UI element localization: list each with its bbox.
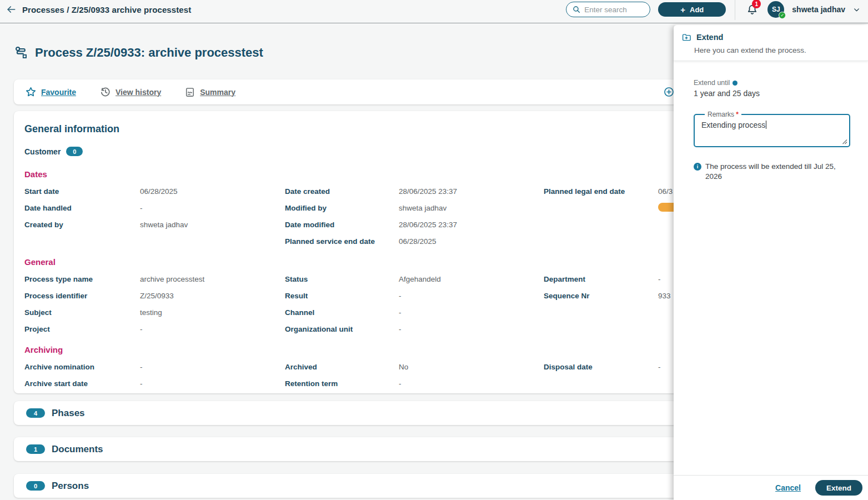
online-status-icon: ✓ <box>779 12 786 19</box>
field-value: - <box>399 379 402 388</box>
phases-count-badge: 4 <box>26 408 45 418</box>
field-row: Process identifierZ/25/0933 <box>24 287 285 304</box>
field-row: Start date06/28/2025 <box>24 183 285 199</box>
field-row: Project- <box>24 321 285 337</box>
field-label: Channel <box>285 308 399 317</box>
field-label: Planned legal end date <box>544 187 658 196</box>
notifications-button[interactable]: 1 <box>744 2 760 17</box>
field-value: 06/28/2025 <box>399 237 436 246</box>
field-label: Date created <box>285 187 399 196</box>
field-row: Date created28/06/2025 23:37 <box>285 183 544 199</box>
field-value: Z/25/0933 <box>140 292 174 300</box>
info-icon[interactable] <box>732 81 737 86</box>
field-label: Start date <box>24 187 140 196</box>
view-history-button[interactable]: View history <box>99 86 161 98</box>
search-icon <box>572 5 581 14</box>
field-value: shweta jadhav <box>140 221 188 229</box>
summary-button[interactable]: Summary <box>184 87 235 98</box>
remarks-field[interactable]: Remarks * Extending process <box>694 111 850 147</box>
extend-panel: Extend Here you can extend the process. … <box>674 25 868 500</box>
field-label: Retention term <box>285 379 399 388</box>
field-row: Archive start date- <box>24 375 285 392</box>
extend-button[interactable]: Extend <box>815 480 862 496</box>
customer-count-badge: 0 <box>66 147 83 156</box>
persons-section-bar[interactable]: 0 Persons <box>14 474 716 498</box>
phases-section-bar[interactable]: 4 Phases <box>14 401 716 425</box>
field-value: - <box>140 379 143 388</box>
extend-panel-header: Extend Here you can extend the process. <box>674 25 868 61</box>
topbar-actions: + Add 1 SJ ✓ shweta jadhav <box>566 1 860 18</box>
field-value: testing <box>140 308 162 317</box>
field-label: Created by <box>24 221 140 229</box>
field-row: Planned service end date06/28/2025 <box>285 233 544 249</box>
section-header: General <box>24 257 705 267</box>
section-header: Dates <box>24 169 705 179</box>
field-value: - <box>399 325 402 333</box>
field-value: Afgehandeld <box>399 275 441 283</box>
field-label: Archived <box>285 363 399 371</box>
field-row: Archive nomination- <box>24 358 285 375</box>
field-row: StatusAfgehandeld <box>285 271 544 287</box>
field-value: 06/28/2025 <box>140 187 178 196</box>
search-input[interactable] <box>584 6 644 14</box>
folder-plus-icon <box>681 32 691 42</box>
field-value: - <box>658 275 661 283</box>
page-title: Process Z/25/0933: archive processtest <box>35 46 263 60</box>
extend-until-label: Extend until <box>694 79 730 87</box>
page-title-row: Process Z/25/0933: archive processtest <box>14 46 263 60</box>
user-avatar[interactable]: SJ ✓ <box>767 1 784 18</box>
field-grid: Archive nomination-Archive start date-Ar… <box>24 358 705 392</box>
back-arrow-icon[interactable] <box>6 4 17 15</box>
remarks-textarea[interactable]: Extending process <box>701 121 842 129</box>
cancel-button[interactable]: Cancel <box>775 483 801 492</box>
field-label: Modified by <box>285 204 399 212</box>
notification-badge: 1 <box>752 0 761 8</box>
topbar-divider <box>735 0 735 20</box>
field-row: Channel- <box>285 304 544 321</box>
breadcrumb: Processes / Z/25/0933 archive processtes… <box>22 5 191 14</box>
username[interactable]: shweta jadhav <box>792 5 845 14</box>
star-icon <box>25 86 37 98</box>
field-value: No <box>399 363 408 371</box>
field-label: Department <box>544 275 658 283</box>
field-value: 06/3 <box>658 187 673 196</box>
breadcrumb-group: Processes / Z/25/0933 archive processtes… <box>6 1 191 18</box>
extend-panel-title: Extend <box>696 33 723 42</box>
field-value: - <box>140 204 143 212</box>
text-caret <box>766 121 766 129</box>
field-value: archive processtest <box>140 275 204 283</box>
plus-icon: + <box>680 5 685 14</box>
general-information-title: General information <box>24 123 705 135</box>
search-box[interactable] <box>566 2 650 17</box>
extension-info-text: The process will be extended till Jul 25… <box>705 162 849 182</box>
field-row: Process type namearchive processtest <box>24 271 285 287</box>
field-row: Subjecttesting <box>24 304 285 321</box>
field-label: Subject <box>24 308 140 317</box>
persons-label: Persons <box>52 481 89 492</box>
field-label: Result <box>285 292 399 300</box>
add-button[interactable]: + Add <box>658 2 726 17</box>
field-value: 933 <box>658 292 671 300</box>
field-label: Date handled <box>24 204 140 212</box>
info-circle-icon: i <box>694 163 701 171</box>
view-history-label: View history <box>116 88 161 97</box>
topbar: Processes / Z/25/0933 archive processtes… <box>0 0 868 23</box>
history-clock-icon <box>99 86 111 98</box>
documents-count-badge: 1 <box>26 444 45 454</box>
field-label: Planned service end date <box>285 237 399 246</box>
extend-until-label-row: Extend until <box>694 79 859 87</box>
resize-handle-icon[interactable] <box>842 139 847 144</box>
section-header: Archiving <box>24 345 705 354</box>
field-label: Project <box>24 325 140 333</box>
field-row: Date handled- <box>24 199 285 216</box>
favourite-label: Favourite <box>41 88 76 97</box>
chevron-down-icon[interactable] <box>853 6 860 13</box>
summary-label: Summary <box>200 88 235 97</box>
documents-section-bar[interactable]: 1 Documents <box>14 437 716 461</box>
actions-toolbar: Favourite View history Summary <box>14 79 716 104</box>
favourite-button[interactable]: Favourite <box>25 86 76 98</box>
extension-info-message: i The process will be extended till Jul … <box>694 162 849 182</box>
field-grid: Process type namearchive processtestProc… <box>24 271 705 337</box>
add-circle-icon[interactable] <box>663 86 675 98</box>
persons-count-badge: 0 <box>26 481 45 491</box>
